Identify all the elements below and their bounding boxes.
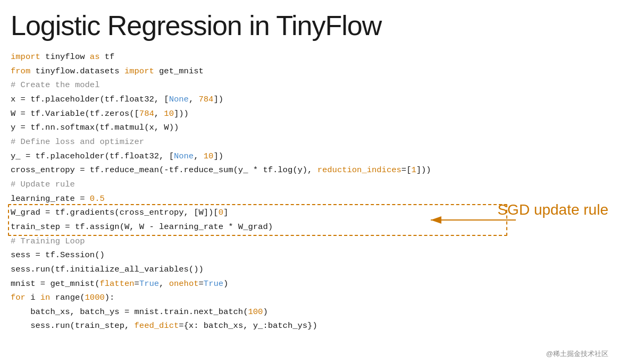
watermark: @稀土掘金技术社区	[546, 349, 608, 359]
code-line: # Create the model	[11, 78, 608, 92]
code-line: y = tf.nn.softmax(tf.matmul(x, W))	[11, 121, 608, 135]
code-line: # Training Loop	[11, 234, 608, 249]
code-line: cross_entropy = tf.reduce_mean(-tf.reduc…	[11, 163, 608, 177]
code-line: mnist = get_mnist(flatten=True, onehot=T…	[11, 277, 608, 291]
annotation: SGD update rule	[497, 201, 608, 218]
code-line: sess.run(tf.initialize_all_variables())	[11, 263, 608, 277]
code-line: from tinyflow.datasets import get_mnist	[11, 64, 608, 79]
code-line: for i in range(1000):	[11, 291, 608, 305]
code-line: # Define loss and optimizer	[11, 135, 608, 149]
code-block: import tinyflow as tffrom tinyflow.datas…	[0, 48, 619, 333]
annotation-text: SGD update rule	[497, 201, 608, 218]
page-title: Logistic Regression in TinyFlow	[0, 0, 619, 48]
code-line: sess = tf.Session()	[11, 248, 608, 263]
code-line: y_ = tf.placeholder(tf.float32, [None, 1…	[11, 149, 608, 164]
code-line: # Update rule	[11, 177, 608, 192]
code-line: x = tf.placeholder(tf.float32, [None, 78…	[11, 92, 608, 107]
code-line: import tinyflow as tf	[11, 50, 608, 64]
code-line: batch_xs, batch_ys = mnist.train.next_ba…	[11, 305, 608, 319]
code-line: sess.run(train_step, feed_dict={x: batch…	[11, 319, 608, 333]
code-line: W = tf.Variable(tf.zeros([784, 10]))	[11, 107, 608, 121]
